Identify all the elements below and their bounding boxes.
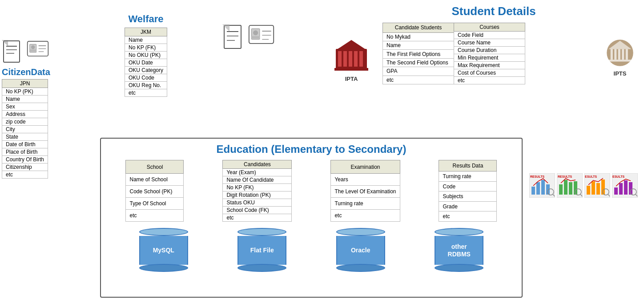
results-charts-area: RESULTS RESULTS	[529, 173, 638, 198]
ipts-label: IPTS	[605, 70, 635, 77]
list-item: Max Requirement	[454, 62, 525, 69]
list-item: Course Duration	[454, 47, 525, 54]
list-item: Cost of Courses	[454, 69, 525, 77]
school-header: School	[126, 160, 184, 174]
list-item: zip code	[2, 118, 48, 126]
list-item: Country Of Birth	[2, 156, 48, 163]
svg-rect-35	[618, 49, 620, 60]
svg-rect-44	[541, 180, 545, 195]
svg-rect-29	[359, 51, 363, 67]
list-item: Address	[2, 111, 48, 118]
list-item: Citizenship	[2, 163, 48, 171]
list-item: Course Name	[454, 39, 525, 47]
result-chart-1: RESULTS	[529, 173, 555, 198]
list-item: etc	[383, 76, 454, 84]
list-item: Status OKU	[223, 199, 292, 207]
list-item: Type Of School	[126, 198, 184, 210]
document-icon-1	[2, 40, 24, 64]
svg-rect-68	[624, 180, 628, 195]
candidate-header: Candidate Students	[383, 23, 454, 33]
list-item: Digit Rotation (PK)	[223, 191, 292, 199]
jkm-header: JKM	[125, 28, 167, 36]
list-item: No KP (PK)	[2, 88, 48, 96]
list-item: Code School (PK)	[126, 186, 184, 198]
svg-rect-66	[614, 187, 618, 195]
results-table: Results Data Turning rate Code Subjects …	[439, 160, 497, 222]
oracle-label: Oracle	[351, 247, 370, 254]
courses-table: Courses Code Field Course Name Course Du…	[454, 23, 525, 84]
list-item: Grade	[439, 201, 497, 211]
school-table: School Name of School Code School (PK) T…	[125, 160, 184, 222]
list-item: Name	[383, 41, 454, 50]
list-item: Sex	[2, 103, 48, 111]
list-item: OKU Date	[125, 59, 167, 67]
other-rdbms-label: other RDBMS	[448, 243, 471, 258]
jpn-table: JPN No KP (PK) Name Sex Address zip code…	[2, 79, 48, 179]
jkm-table: JKM Name No KP (FK) No OKU (PK) OKU Date…	[125, 28, 167, 97]
list-item: Name	[2, 96, 48, 103]
svg-rect-58	[587, 186, 590, 195]
document-icon-2	[222, 24, 245, 51]
other-rdbms-cylinder: other RDBMS	[435, 228, 483, 272]
list-item: etc	[439, 211, 497, 222]
result-chart-3: ESULTS	[584, 173, 610, 198]
list-item: Min Requirement	[454, 54, 525, 62]
candidates-table: Candidates Year (Exam) Name Of Candidate…	[222, 160, 292, 222]
list-item: City	[2, 126, 48, 133]
list-item: The Second Field Options	[383, 58, 454, 67]
svg-text:ESULTS: ESULTS	[585, 175, 597, 178]
svg-rect-50	[559, 184, 563, 195]
list-item: School Code (FK)	[223, 207, 292, 214]
svg-rect-20	[251, 36, 259, 39]
list-item: Turning rate	[331, 198, 400, 210]
list-item: No KP (FK)	[125, 44, 167, 52]
list-item: The First Field Options	[383, 50, 454, 58]
svg-rect-27	[349, 51, 352, 67]
list-item: etc	[126, 209, 184, 221]
examination-table: Examination Years The Level Of Examinati…	[330, 160, 400, 222]
list-item: etc	[454, 77, 525, 84]
list-item: Years	[331, 174, 400, 186]
list-item: Place of Birth	[2, 148, 48, 156]
svg-rect-38	[609, 60, 632, 61]
flat-file-label: Flat File	[250, 247, 274, 254]
svg-rect-25	[338, 51, 342, 67]
citizen-data-title: CitizenData	[2, 67, 50, 77]
id-card-icon-2	[248, 24, 275, 44]
svg-rect-34	[614, 49, 616, 60]
svg-rect-31	[334, 68, 368, 71]
svg-point-19	[253, 30, 258, 35]
svg-rect-52	[569, 182, 572, 195]
examination-header: Examination	[331, 160, 400, 174]
svg-rect-37	[626, 49, 628, 60]
svg-rect-51	[564, 180, 568, 195]
list-item: Year (Exam)	[223, 169, 292, 176]
list-item: Code	[439, 181, 497, 191]
svg-rect-67	[619, 183, 623, 195]
result-chart-4: ESULTS	[612, 173, 638, 198]
svg-rect-60	[596, 183, 600, 195]
svg-rect-36	[622, 49, 624, 60]
list-item: Code Field	[454, 32, 525, 39]
mysql-cylinder: MySQL	[139, 228, 188, 272]
svg-rect-12	[224, 25, 241, 48]
jpn-header: JPN	[2, 80, 48, 88]
id-card-icon-1	[27, 40, 49, 58]
list-item: OKU Reg No.	[125, 82, 167, 89]
mysql-label: MySQL	[153, 247, 174, 254]
svg-rect-26	[343, 51, 347, 67]
svg-rect-8	[30, 49, 36, 52]
education-title: Education (Elementary to Secondary)	[101, 143, 522, 155]
list-item: Name Of Candidate	[223, 176, 292, 184]
list-item: No OKU (PK)	[125, 52, 167, 59]
welfare-title: Welfare	[125, 13, 167, 25]
flat-file-cylinder: Flat File	[237, 228, 286, 272]
svg-rect-42	[531, 187, 535, 195]
list-item: GPA	[383, 67, 454, 76]
svg-marker-30	[336, 40, 367, 50]
ipts-building-icon	[605, 38, 635, 68]
student-details-title: Student Details	[382, 4, 605, 18]
svg-rect-59	[592, 181, 595, 195]
svg-rect-28	[354, 51, 358, 67]
list-item: The Level Of Examination	[331, 186, 400, 198]
